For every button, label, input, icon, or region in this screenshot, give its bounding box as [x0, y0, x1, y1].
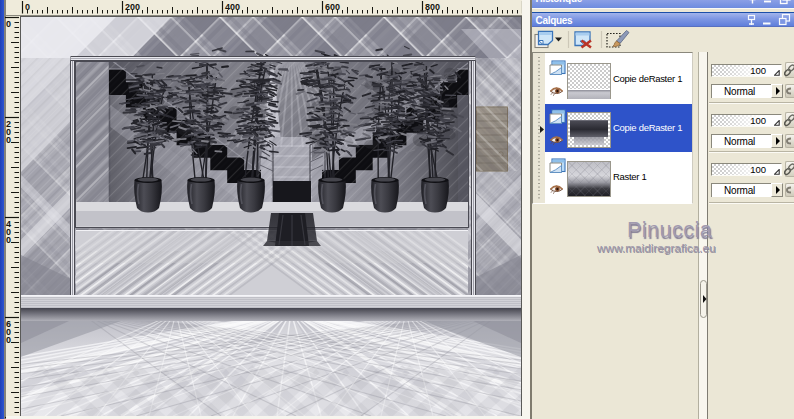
svg-text:400: 400	[225, 2, 240, 12]
svg-text:0: 0	[6, 135, 11, 145]
svg-text:0: 0	[6, 235, 11, 245]
svg-text:200: 200	[125, 2, 140, 12]
svg-text:800: 800	[425, 2, 440, 12]
svg-text:0: 0	[25, 2, 30, 12]
svg-text:0: 0	[6, 335, 11, 345]
svg-text:0: 0	[6, 19, 11, 29]
svg-text:600: 600	[325, 2, 340, 12]
